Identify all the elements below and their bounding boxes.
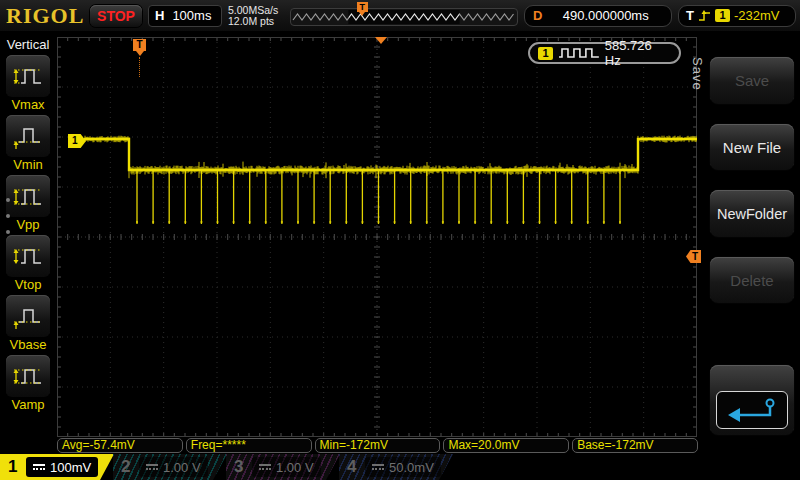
delay-value: 490.000000ms: [548, 8, 663, 23]
vtop-button[interactable]: [6, 235, 50, 277]
menu-page-dots: [6, 198, 10, 234]
channel-status-bar: 1 100mV 2 1.00 V 3 1.00 V 4 50.0mV: [0, 454, 800, 480]
vmin-label: Vmin: [13, 157, 43, 173]
vtop-label: Vtop: [15, 277, 42, 293]
vmin-button[interactable]: [6, 115, 50, 157]
new-file-button[interactable]: New File: [710, 124, 794, 170]
vmax-label: Vmax: [11, 97, 44, 113]
measurement-bar: Avg=-57.4mV Freq=***** Min=-172mV Max=20…: [57, 438, 698, 453]
channel-3-number: 3: [234, 457, 246, 477]
delay-label: D: [533, 8, 542, 23]
vpp-button[interactable]: [6, 175, 50, 217]
channel-1-number: 1: [8, 457, 20, 477]
channel-3-scale: 1.00 V: [276, 460, 314, 475]
horizontal-label: H: [155, 8, 164, 23]
sidebar-item-vbase[interactable]: Vbase: [0, 295, 56, 353]
vamp-label: Vamp: [12, 397, 45, 413]
new-folder-button[interactable]: NewFolder: [710, 190, 794, 237]
vmax-icon: [11, 62, 45, 90]
channel-3-scale-box: 1.00 V: [252, 457, 321, 477]
measurement-max: Max=20.0mV: [443, 438, 569, 453]
channel-2-number: 2: [121, 457, 133, 477]
vbase-button[interactable]: [6, 295, 50, 337]
channel-1-scale: 100mV: [50, 460, 91, 475]
channel-4-scale: 50.0mV: [389, 460, 434, 475]
ch1-waveform: [57, 37, 697, 437]
timebase-position-strip[interactable]: T: [290, 8, 518, 26]
horizontal-timebase-box[interactable]: H 100ms: [148, 5, 222, 27]
channel-4-indicator[interactable]: 4 50.0mV: [339, 454, 453, 480]
vpp-icon: [11, 182, 45, 210]
graticule-area: [57, 37, 697, 437]
measurement-avg: Avg=-57.4mV: [57, 438, 183, 453]
dc-coupling-icon: [259, 463, 271, 471]
vbase-icon: [11, 302, 45, 330]
dc-coupling-icon: [372, 463, 384, 471]
trigger-position-line: [139, 57, 140, 77]
dc-coupling-icon: [146, 463, 158, 471]
dc-coupling-icon: [33, 463, 45, 471]
top-status-bar: RIGOL STOP H 100ms 5.00MSa/s 12.0M pts T…: [0, 0, 800, 32]
sidebar-item-vmax[interactable]: Vmax: [0, 55, 56, 113]
run-state-indicator[interactable]: STOP: [90, 5, 142, 27]
trigger-position-marker[interactable]: T: [133, 39, 146, 51]
frequency-counter: 1 585.726 Hz: [528, 42, 681, 64]
channel-2-scale-box: 1.00 V: [139, 457, 208, 477]
soft-menu: Save Save New File NewFolder Delete: [702, 33, 800, 447]
trigger-center-indicator: [375, 37, 387, 44]
vpp-label: Vpp: [16, 217, 39, 233]
channel-4-scale-box: 50.0mV: [365, 457, 441, 477]
save-button[interactable]: Save: [710, 57, 794, 104]
oscilloscope-screen: RIGOL STOP H 100ms 5.00MSa/s 12.0M pts T…: [0, 0, 800, 480]
rigol-logo: RIGOL: [6, 3, 84, 29]
delete-button[interactable]: Delete: [710, 257, 794, 303]
sidebar-title: Vertical: [0, 33, 56, 55]
channel-3-indicator[interactable]: 3 1.00 V: [226, 454, 340, 480]
timebase-value: 100ms: [172, 8, 211, 23]
sidebar-item-vamp[interactable]: Vamp: [0, 355, 56, 413]
timebase-waveform-preview: [291, 9, 517, 25]
vamp-button[interactable]: [6, 355, 50, 397]
channel-2-indicator[interactable]: 2 1.00 V: [113, 454, 227, 480]
vmin-icon: [11, 122, 45, 150]
delay-readout-box: D 490.000000ms: [524, 5, 672, 27]
back-button[interactable]: [710, 365, 794, 435]
trigger-position-flag-small[interactable]: T: [357, 2, 368, 12]
trigger-source-chip: 1: [715, 9, 730, 22]
menu-tab-title: Save: [690, 57, 705, 91]
sidebar-item-vmin[interactable]: Vmin: [0, 115, 56, 173]
square-wave-icon: [558, 46, 600, 60]
channel-1-scale-box: 100mV: [26, 457, 98, 477]
acquisition-info: 5.00MSa/s 12.0M pts: [228, 5, 284, 27]
vtop-icon: [11, 242, 45, 270]
sidebar-item-vtop[interactable]: Vtop: [0, 235, 56, 293]
vertical-measure-sidebar: Vertical Vmax: [0, 33, 56, 438]
trigger-label: T: [686, 8, 694, 23]
vamp-icon: [11, 362, 45, 390]
measurement-freq: Freq=*****: [186, 438, 312, 453]
trigger-slope-icon: [698, 9, 711, 23]
trigger-readout-box: T 1 -232mV: [678, 5, 796, 27]
channel-1-indicator[interactable]: 1 100mV: [0, 454, 114, 480]
sample-rate: 5.00MSa/s: [228, 5, 284, 16]
frequency-value: 585.726 Hz: [605, 38, 671, 68]
trigger-level-value: -232mV: [734, 8, 780, 23]
freq-source-chip: 1: [538, 47, 553, 60]
vbase-label: Vbase: [10, 337, 47, 353]
back-button-face: [716, 391, 788, 429]
return-arrow-icon: [726, 397, 778, 423]
channel-4-number: 4: [347, 457, 359, 477]
measurement-base: Base=-172mV: [572, 438, 698, 453]
memory-depth: 12.0M pts: [228, 16, 284, 27]
measurement-min: Min=-172mV: [315, 438, 441, 453]
channel-2-scale: 1.00 V: [163, 460, 201, 475]
vmax-button[interactable]: [6, 55, 50, 97]
